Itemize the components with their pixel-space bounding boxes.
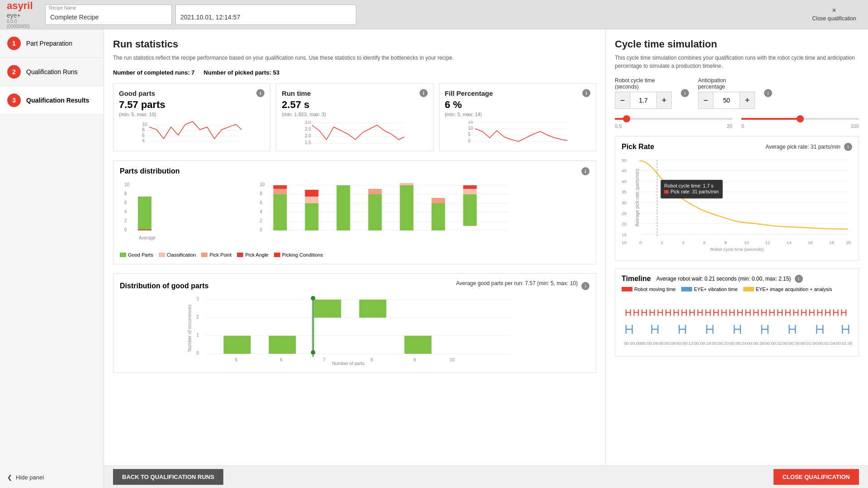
anticipation-slider-labels: 0 100 bbox=[741, 123, 859, 129]
robot-cycle-slider-thumb[interactable] bbox=[623, 115, 630, 122]
legend-robot-moving: Robot moving time bbox=[622, 286, 676, 292]
good-parts-dist-section: Distribution of good parts Average good … bbox=[113, 273, 596, 373]
anticipation-max: 100 bbox=[851, 123, 859, 129]
anticipation-slider-group: 0 100 bbox=[741, 114, 859, 129]
good-parts-avg: Average good parts per run: 7.57 (min: 5… bbox=[456, 280, 578, 286]
run-time-value: 2.57 s bbox=[282, 99, 427, 111]
svg-text:4: 4 bbox=[260, 209, 263, 214]
svg-text:6: 6 bbox=[703, 240, 706, 245]
fill-pct-title: Fill Percentage i bbox=[445, 89, 590, 97]
svg-text:2.0: 2.0 bbox=[305, 133, 311, 138]
svg-text:9: 9 bbox=[414, 357, 416, 362]
robot-cycle-value[interactable] bbox=[630, 92, 657, 108]
svg-text:2: 2 bbox=[660, 240, 663, 245]
run-time-title: Run time i bbox=[282, 89, 427, 97]
svg-text:10: 10 bbox=[468, 126, 473, 131]
robot-cycle-info-icon[interactable]: i bbox=[681, 89, 689, 97]
svg-text:00:00:16: 00:00:16 bbox=[694, 341, 712, 346]
svg-text:1: 1 bbox=[197, 333, 199, 338]
good-parts-dist-info-icon[interactable]: i bbox=[581, 282, 590, 290]
sidebar: 1 Part Preparation 2 Qualification Runs … bbox=[0, 29, 104, 488]
close-qualification-button-footer[interactable]: CLOSE QUALIFICATION bbox=[774, 469, 859, 485]
svg-rect-55 bbox=[400, 183, 414, 185]
svg-text:6: 6 bbox=[142, 133, 145, 138]
svg-rect-52 bbox=[368, 194, 382, 230]
svg-text:5: 5 bbox=[235, 357, 238, 362]
step-num-1: 1 bbox=[7, 37, 21, 50]
anticipation-minus-button[interactable]: − bbox=[698, 92, 713, 108]
good-parts-legend-color bbox=[120, 253, 126, 257]
svg-text:25: 25 bbox=[622, 211, 627, 216]
sidebar-item-qualification-results[interactable]: 3 Qualification Results bbox=[0, 86, 104, 115]
anticipation-slider-fill bbox=[741, 118, 800, 120]
anticipation-slider-track bbox=[741, 114, 859, 123]
good-parts-info-icon[interactable]: i bbox=[256, 89, 264, 97]
close-label: Close qualification bbox=[812, 15, 856, 22]
anticipation-value[interactable] bbox=[713, 92, 740, 108]
svg-rect-30 bbox=[138, 230, 151, 230]
svg-text:2.5: 2.5 bbox=[305, 127, 311, 131]
svg-text:0: 0 bbox=[124, 227, 127, 232]
svg-rect-48 bbox=[305, 203, 319, 230]
fill-pct-card: Fill Percentage i 6 % (min: 3, max: 14) … bbox=[439, 83, 596, 151]
sidebar-item-part-preparation[interactable]: 1 Part Preparation bbox=[0, 29, 104, 58]
svg-text:00:00:32: 00:00:32 bbox=[765, 341, 782, 346]
svg-text:00:00:08: 00:00:08 bbox=[658, 341, 676, 346]
robot-cycle-label: Robot cycle time(seconds) bbox=[615, 77, 660, 90]
robot-cycle-minus-button[interactable]: − bbox=[615, 92, 630, 108]
pick-rate-section: Pick Rate Average pick rate: 31 parts/mi… bbox=[615, 136, 859, 261]
hide-panel-button[interactable]: ❮ Hide panel bbox=[7, 474, 44, 481]
run-time-info-icon[interactable]: i bbox=[420, 89, 428, 97]
svg-text:00:00:24: 00:00:24 bbox=[729, 341, 747, 346]
good-parts-chart: 10 8 6 4 bbox=[119, 121, 264, 145]
parts-dist-info-icon[interactable]: i bbox=[581, 167, 590, 175]
svg-text:16: 16 bbox=[808, 240, 813, 245]
anticipation-min: 0 bbox=[741, 123, 744, 129]
svg-rect-118 bbox=[664, 190, 669, 194]
svg-rect-60 bbox=[463, 185, 477, 189]
svg-text:00:00:36: 00:00:36 bbox=[783, 341, 800, 346]
timeline-header: Timeline Average robot wait: 0.21 second… bbox=[622, 275, 852, 283]
parts-dist-legend: Good Parts Classification Pick Point Pic… bbox=[120, 252, 590, 258]
svg-rect-77 bbox=[405, 336, 432, 354]
pick-rate-info-icon[interactable]: i bbox=[844, 143, 852, 151]
svg-text:8: 8 bbox=[124, 191, 127, 196]
svg-rect-69 bbox=[224, 336, 251, 354]
svg-text:10: 10 bbox=[450, 357, 455, 362]
anticipation-info-icon[interactable]: i bbox=[764, 89, 772, 97]
anticipation-plus-button[interactable]: + bbox=[740, 92, 755, 108]
robot-cycle-plus-button[interactable]: + bbox=[657, 92, 671, 108]
sidebar-item-qualification-runs[interactable]: 2 Qualification Runs bbox=[0, 58, 104, 86]
timeline-info-icon[interactable]: i bbox=[795, 275, 803, 283]
avg-chart: 10 8 6 4 2 0 Average bbox=[120, 181, 174, 249]
svg-text:10: 10 bbox=[124, 182, 130, 187]
svg-text:Number of parts: Number of parts bbox=[332, 361, 365, 366]
pick-rate-title: Pick Rate bbox=[622, 143, 654, 151]
svg-text:Pick rate: 31 parts/min: Pick rate: 31 parts/min bbox=[670, 189, 719, 194]
svg-rect-76 bbox=[359, 300, 387, 318]
back-to-qualification-runs-button[interactable]: BACK TO QUALIFICATION RUNS bbox=[113, 469, 223, 485]
controls-row: Robot cycle time(seconds) − + i Anticipa… bbox=[615, 77, 859, 109]
cycle-desc: This cycle time simulation combines your… bbox=[615, 54, 859, 70]
acquisition-color bbox=[743, 287, 754, 291]
timestamp-input[interactable] bbox=[175, 5, 356, 25]
sidebar-bottom: ❮ Hide panel bbox=[0, 467, 104, 488]
timestamp-group bbox=[175, 5, 356, 25]
svg-text:Average: Average bbox=[139, 235, 156, 240]
svg-text:Robot cycle time: 1.7 s: Robot cycle time: 1.7 s bbox=[664, 183, 713, 188]
svg-text:8: 8 bbox=[371, 357, 373, 362]
svg-text:18: 18 bbox=[829, 240, 834, 245]
fill-pct-info-icon[interactable]: i bbox=[582, 89, 590, 97]
legend-pick-angle: Pick Angle bbox=[237, 252, 268, 258]
anticipation-slider-thumb[interactable] bbox=[797, 115, 804, 122]
svg-text:00:00:28: 00:00:28 bbox=[747, 341, 765, 346]
svg-rect-49 bbox=[305, 197, 319, 203]
svg-text:15: 15 bbox=[468, 121, 473, 124]
svg-text:4: 4 bbox=[142, 138, 145, 143]
svg-rect-75 bbox=[314, 300, 341, 318]
anticipation-label: Anticipationpercentage bbox=[698, 77, 743, 90]
sliders-row: 0.5 20 0 100 bbox=[615, 114, 859, 129]
logo-version: 0.0.0 (00000000) bbox=[7, 19, 38, 29]
svg-text:8: 8 bbox=[260, 191, 263, 196]
close-qualification-button[interactable]: ✕ Close qualification bbox=[805, 4, 863, 25]
